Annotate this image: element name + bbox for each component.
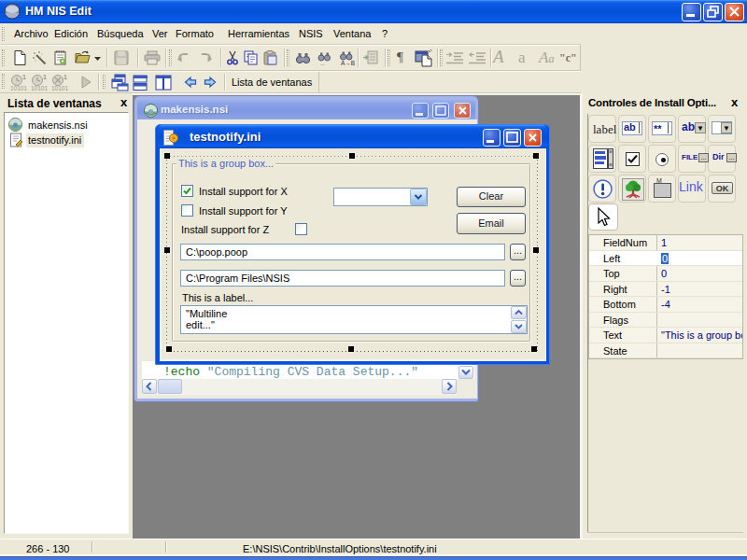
svg-text:1: 1: [63, 74, 67, 80]
svg-text:1: 1: [43, 74, 47, 80]
svg-text:10101: 10101: [10, 85, 27, 91]
svg-text:1: 1: [22, 74, 26, 80]
svg-text:A→B: A→B: [341, 60, 355, 66]
svg-text:10101: 10101: [51, 85, 68, 91]
svg-text:...: ...: [320, 61, 325, 66]
svg-text:10101: 10101: [31, 85, 48, 91]
